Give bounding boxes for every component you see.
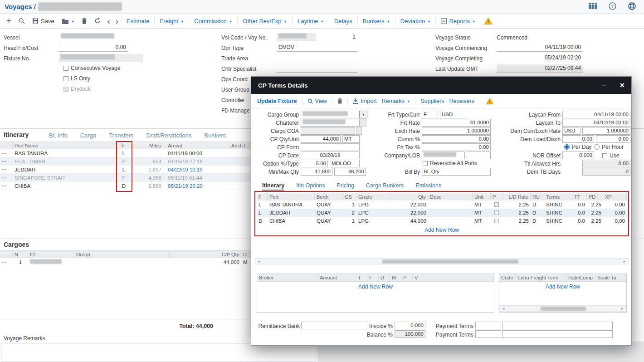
laycan-from-field[interactable]: 04/11/19 00:00 xyxy=(562,111,630,118)
payment-terms-desc-field-1[interactable] xyxy=(502,322,613,329)
next-record-button[interactable]: › xyxy=(113,17,121,25)
grid-apps-icon[interactable] xyxy=(589,3,597,10)
payment-terms-code-field-1[interactable] xyxy=(475,322,501,329)
col-f[interactable]: F xyxy=(116,142,132,149)
cp-itinerary-row[interactable]: D CHIBA QUAY 1 LPG 44,000 MT 2.25 D SHIN… xyxy=(257,217,627,225)
minimize-button[interactable]: − xyxy=(602,82,606,89)
voyage-completing-field[interactable]: 05/24/19 02:20 xyxy=(497,54,583,62)
ls-only-checkbox[interactable]: LS Only xyxy=(63,75,90,82)
trade-area-field[interactable] xyxy=(277,54,357,62)
consecutive-voyage-checkbox[interactable]: Consecutive Voyage xyxy=(63,65,120,71)
cp-unit-field[interactable]: MT xyxy=(342,135,360,143)
opr-type-field[interactable]: OVOV xyxy=(277,44,357,52)
refresh-button[interactable] xyxy=(91,18,104,24)
p-checkbox[interactable] xyxy=(494,219,499,223)
drydock-checkbox[interactable]: Drydock xyxy=(63,86,91,92)
tab-itin-options[interactable]: Itin Options xyxy=(296,182,325,191)
prev-record-button[interactable]: ‹ xyxy=(104,17,112,25)
col-miles[interactable]: Miles xyxy=(132,142,163,149)
cargo-coa-field[interactable] xyxy=(301,127,355,135)
frt-rate-field[interactable]: 41.0000 xyxy=(422,119,491,127)
reversible-all-ports-checkbox[interactable]: Reversible All Ports xyxy=(423,160,477,166)
suppliers-button[interactable]: Suppliers xyxy=(420,98,444,104)
cp-date-field[interactable]: 03/28/19 xyxy=(301,152,360,159)
dropdown-button[interactable]: ▼ xyxy=(360,111,367,118)
tab-bl-info[interactable]: BL Info xyxy=(49,132,68,139)
menu-freight[interactable]: Freight▼ xyxy=(154,17,189,25)
menu-reports[interactable]: Reports▼ xyxy=(435,17,480,25)
tab-bunkers[interactable]: Bunkers xyxy=(204,132,226,139)
col-cp-qty[interactable]: C/P Qty xyxy=(170,251,241,258)
vsl-code-field[interactable] xyxy=(277,33,316,41)
tab-emissions[interactable]: Emissions xyxy=(415,182,441,191)
use-checkbox[interactable]: Use xyxy=(602,152,619,159)
add-new-row-link[interactable]: Add New Row xyxy=(257,225,627,233)
itinerary-row[interactable]: ••• CHIBA D 2,889 05/21/19 20:20 xyxy=(0,182,251,190)
option-type-field[interactable]: MOLOO xyxy=(330,160,360,167)
option-pct-field[interactable]: 5.00 xyxy=(301,160,328,167)
remarks-menu[interactable]: Remarks▼ xyxy=(382,98,410,104)
extra-freight-hscrollbar[interactable]: ◄ ► xyxy=(499,305,626,312)
col-arrival[interactable]: Arrival xyxy=(163,142,229,149)
scrollbar-thumb[interactable] xyxy=(382,259,518,264)
scroll-left-arrow[interactable]: ◄ xyxy=(257,259,261,264)
cargo-row[interactable]: ••• 1 44,000 M xyxy=(0,258,251,266)
p-checkbox[interactable] xyxy=(494,202,499,207)
p-checkbox[interactable] xyxy=(494,210,499,215)
tab-itinerary[interactable]: Itinerary xyxy=(262,182,284,191)
tab-cargo[interactable]: Cargo xyxy=(80,132,96,139)
modal-delete-button[interactable] xyxy=(337,98,342,104)
view-button[interactable]: View xyxy=(307,98,327,104)
cp-itinerary-hscrollbar[interactable]: ◄ ► xyxy=(255,258,629,264)
broker-add-new-row-link[interactable]: Add New Row xyxy=(257,282,494,290)
update-fixture-button[interactable]: Update Fixture xyxy=(257,98,297,104)
import-button[interactable]: Import xyxy=(353,98,376,104)
scroll-right-arrow[interactable]: ► xyxy=(623,259,626,264)
arrival-link[interactable]: 05/21/19 20:20 xyxy=(163,183,229,189)
col-u[interactable]: U xyxy=(241,251,251,258)
cp-itinerary-row[interactable]: L JEDDAH QUAY 2 LPG 22,000 MT 2.25 D SHI… xyxy=(257,209,627,217)
tab-transfers[interactable]: Transfers xyxy=(109,132,133,139)
row-menu-icon[interactable]: ••• xyxy=(0,176,13,180)
itinerary-row[interactable]: ••• JEDDAH L 1,817 04/22/19 10:19 xyxy=(0,166,251,174)
min-qty-field[interactable]: 41,800 xyxy=(301,168,332,176)
cargo-group-select[interactable]: ▼ xyxy=(301,111,367,118)
close-button[interactable]: × xyxy=(620,81,624,89)
arrival-link[interactable]: 04/22/19 10:19 xyxy=(163,167,229,172)
menu-other-rev-exp[interactable]: Other Rev/Exp▼ xyxy=(237,17,292,25)
extra-freight-add-new-row-link[interactable]: Add New Row xyxy=(499,282,626,290)
laycan-to-field[interactable]: 04/12/19 00:00 xyxy=(562,119,630,127)
col-n[interactable]: N xyxy=(13,251,28,258)
modal-warning-icon[interactable]: ! xyxy=(486,98,494,105)
menu-delays[interactable]: Delays xyxy=(329,17,357,25)
tab-draft-restrictions[interactable]: Draft/Restrictions xyxy=(146,132,192,139)
fixture-no-field[interactable] xyxy=(59,54,143,62)
voyage-commencing-field[interactable]: 04/11/19 00:00 xyxy=(497,44,583,52)
cp-qty-field[interactable]: 44,000 xyxy=(301,135,341,143)
menu-bunkers[interactable]: Bunkers▼ xyxy=(357,17,395,25)
menu-laytime[interactable]: Laytime▼ xyxy=(292,17,329,25)
head-fix-cost-field[interactable]: 0.00 xyxy=(59,44,128,52)
voyage-remarks-field[interactable] xyxy=(1,343,316,362)
col-group[interactable]: Group xyxy=(74,251,170,258)
folder-button[interactable]: ▼ xyxy=(58,18,78,24)
col-anch[interactable]: Anch I xyxy=(229,142,251,149)
delete-button[interactable] xyxy=(78,18,91,24)
comm-pct-field[interactable]: 0.00 xyxy=(422,135,491,143)
new-button[interactable]: + xyxy=(3,16,15,26)
itinerary-row[interactable]: ••• RAS TANURA L 04/11/19 00:00 xyxy=(0,149,251,157)
nor-offset-field[interactable]: 0.000 xyxy=(562,152,594,159)
col-port-name[interactable]: Port Name xyxy=(13,142,116,149)
cp-itinerary-row[interactable]: L RAS TANURA QUAY 1 LPG 22,000 MT 2.25 D… xyxy=(257,201,627,209)
frt-tax-field[interactable]: 0.00 xyxy=(422,143,491,151)
globe-icon[interactable] xyxy=(628,2,636,11)
cp-form-field[interactable] xyxy=(301,143,360,151)
dem-load-field[interactable]: 0.00 xyxy=(562,135,594,143)
row-menu-icon[interactable]: ••• xyxy=(0,151,13,155)
modal-title-bar[interactable]: CP Terms Details − × xyxy=(251,77,631,94)
cargo-coa-lookup-button[interactable] xyxy=(356,127,362,135)
remittance-bank-field[interactable] xyxy=(301,322,368,329)
payment-terms-desc-field-2[interactable] xyxy=(502,330,613,338)
exch-rate-field[interactable]: 1.000000 xyxy=(422,127,491,135)
bill-by-field[interactable]: BL Qty xyxy=(422,168,491,176)
